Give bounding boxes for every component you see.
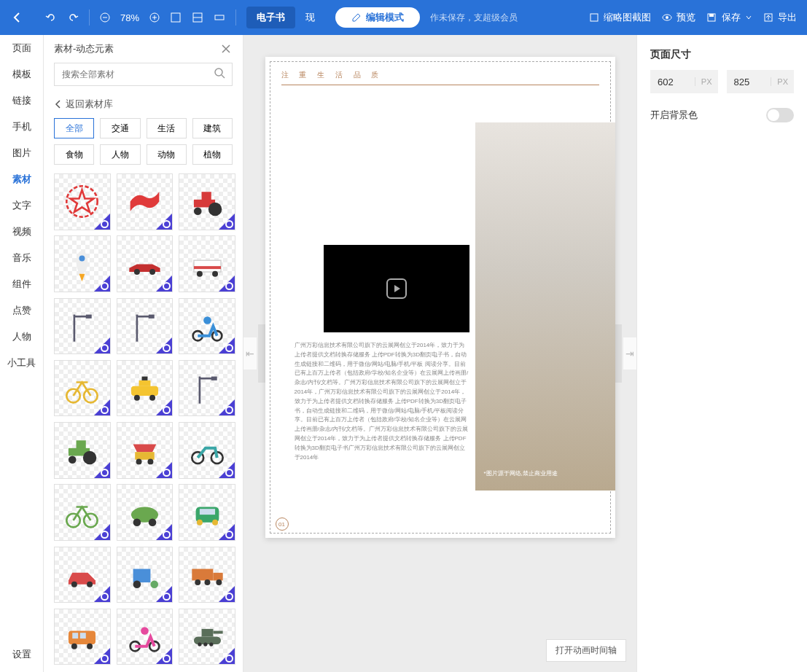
category-全部[interactable]: 全部 <box>54 118 94 138</box>
material-tile-rickshaw[interactable] <box>117 547 174 603</box>
material-tile-car-red[interactable] <box>54 547 111 603</box>
category-植物[interactable]: 植物 <box>192 144 233 165</box>
width-input[interactable]: 602PX <box>650 70 718 93</box>
svg-point-82 <box>87 644 93 649</box>
svg-point-56 <box>147 459 153 465</box>
category-食物[interactable]: 食物 <box>54 144 94 165</box>
material-tile-truck[interactable] <box>179 547 235 603</box>
save-button[interactable]: 保存 <box>706 11 752 24</box>
ruler-button[interactable] <box>214 12 225 23</box>
export-button[interactable]: 导出 <box>763 11 797 24</box>
material-tile-taxi[interactable] <box>117 360 174 417</box>
nav-item-3[interactable]: 手机 <box>0 114 43 140</box>
zoom-in-button[interactable] <box>149 12 160 23</box>
nav-item-0[interactable]: 页面 <box>0 35 43 61</box>
thumbnail-button[interactable]: 缩略图截图 <box>588 11 651 24</box>
nav-item-10[interactable]: 点赞 <box>0 297 43 324</box>
nav-item-2[interactable]: 链接 <box>0 87 43 114</box>
svg-rect-46 <box>142 377 148 380</box>
category-人物[interactable]: 人物 <box>100 144 140 165</box>
export-icon <box>763 12 774 23</box>
material-tile-street-light-2[interactable] <box>117 298 174 355</box>
svg-point-45 <box>149 395 155 401</box>
svg-rect-8 <box>215 15 224 20</box>
redo-button[interactable] <box>67 12 79 23</box>
first-page-button[interactable]: ⇤ <box>243 337 257 370</box>
search-icon[interactable] <box>214 67 227 83</box>
material-tile-van-orange[interactable] <box>54 609 111 665</box>
svg-rect-43 <box>131 386 158 396</box>
open-timeline-button[interactable]: 打开动画时间轴 <box>546 639 626 662</box>
height-input[interactable]: 825PX <box>727 70 795 93</box>
fit-button[interactable] <box>170 12 182 23</box>
back-button[interactable] <box>0 0 35 35</box>
material-tile-street-light-3[interactable] <box>179 360 235 417</box>
nav-item-9[interactable]: 组件 <box>0 271 43 297</box>
material-tile-hay-tractor[interactable] <box>54 422 111 479</box>
svg-rect-70 <box>133 569 151 582</box>
last-page-button[interactable]: ⇥ <box>623 337 636 370</box>
material-tile-tractor-red[interactable] <box>179 173 235 230</box>
svg-rect-5 <box>171 13 180 22</box>
zoom-out-button[interactable] <box>100 12 110 23</box>
material-tile-bicycle-green[interactable] <box>54 484 111 541</box>
material-tile-red-flags[interactable] <box>117 173 174 230</box>
svg-point-29 <box>197 270 203 276</box>
back-to-library-button[interactable]: 返回素材库 <box>44 93 243 118</box>
svg-point-71 <box>133 580 141 588</box>
material-tile-street-light-1[interactable] <box>54 298 111 355</box>
svg-rect-88 <box>194 637 221 645</box>
nav-settings[interactable]: 设置 <box>0 646 43 672</box>
mode-ebook-button[interactable]: 电子书 <box>246 7 295 28</box>
material-tile-car-front-green[interactable] <box>179 484 235 541</box>
preview-button[interactable]: 预览 <box>661 11 695 24</box>
svg-rect-27 <box>194 260 221 272</box>
material-tile-rocket[interactable] <box>54 235 111 292</box>
chevron-left-icon <box>54 99 61 109</box>
edit-mode-button[interactable]: 编辑模式 <box>335 7 420 28</box>
material-tile-food-cart[interactable] <box>117 422 174 479</box>
nav-item-4[interactable]: 图片 <box>0 140 43 166</box>
category-生活[interactable]: 生活 <box>147 118 187 138</box>
svg-rect-86 <box>201 629 213 637</box>
nav-item-8[interactable]: 音乐 <box>0 245 43 271</box>
grid-icon <box>192 12 203 23</box>
material-tile-ambulance[interactable] <box>179 235 235 292</box>
material-tile-tank[interactable] <box>179 609 235 665</box>
nav-item-6[interactable]: 文字 <box>0 192 43 219</box>
nav-item-11[interactable]: 人物 <box>0 324 43 350</box>
close-panel-button[interactable] <box>219 42 233 55</box>
nav-item-12[interactable]: 小工具 <box>0 350 43 376</box>
nav-item-7[interactable]: 视频 <box>0 219 43 245</box>
page-image: *图片源于网络,禁止商业用途 <box>475 122 615 491</box>
ruler-icon <box>214 12 225 23</box>
bg-color-toggle[interactable] <box>766 108 794 122</box>
page-preview[interactable]: 注 重 生 活 品 质 广州万彩信息技术有限公司旗下的云展网创立于2014年，致… <box>265 57 615 538</box>
material-tile-scooter-rider[interactable] <box>179 298 235 355</box>
grid-button[interactable] <box>192 12 203 23</box>
undo-button[interactable] <box>45 12 57 23</box>
nav-item-1[interactable]: 模板 <box>0 61 43 87</box>
svg-rect-42 <box>139 380 151 386</box>
category-建筑[interactable]: 建筑 <box>192 118 233 138</box>
video-placeholder[interactable] <box>324 245 469 332</box>
mode-other-label[interactable]: 现 <box>305 11 315 24</box>
edit-icon <box>351 12 362 23</box>
nav-item-5[interactable]: 素材 <box>0 166 43 192</box>
svg-point-63 <box>149 518 157 526</box>
material-tile-motorbike[interactable] <box>179 422 235 479</box>
material-tile-bicycle-yellow[interactable] <box>54 360 111 417</box>
panel-title: 素材-动态元素 <box>54 42 114 55</box>
material-tile-star-badge[interactable] <box>54 173 111 230</box>
image-caption: *图片源于网络,禁止商业用途 <box>484 469 558 477</box>
category-动物[interactable]: 动物 <box>147 144 187 165</box>
expand-icon <box>170 12 182 23</box>
undo-icon <box>45 12 57 23</box>
material-tile-scooter-pink[interactable] <box>117 609 174 665</box>
material-tile-race-car[interactable] <box>117 235 174 292</box>
search-input[interactable] <box>54 63 233 86</box>
canvas-area[interactable]: ‹ › ⇤ ⇥ 注 重 生 活 品 质 广州万彩信息技术有限公司旗下的云展网创立… <box>243 35 636 672</box>
category-交通[interactable]: 交通 <box>100 118 140 138</box>
save-status-label: 作未保存，支超级会员 <box>430 12 518 24</box>
material-tile-electric-car[interactable] <box>117 484 174 541</box>
